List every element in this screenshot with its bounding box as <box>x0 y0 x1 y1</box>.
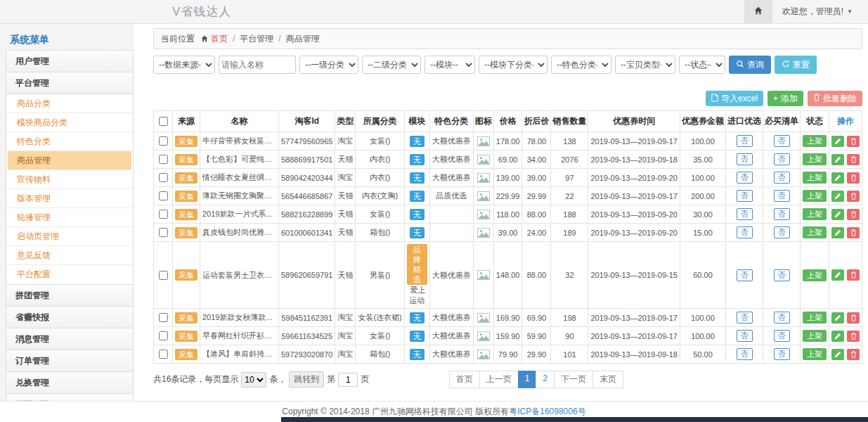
must-buy-toggle[interactable]: 否 <box>774 226 790 238</box>
breadcrumb-item-0[interactable]: 平台管理 <box>240 34 273 44</box>
filter-select-7[interactable]: --状态-- <box>679 56 725 74</box>
status-button[interactable]: 上架 <box>803 312 827 324</box>
must-buy-toggle[interactable]: 否 <box>774 172 790 184</box>
edit-button[interactable] <box>831 136 844 147</box>
edit-button[interactable] <box>831 191 844 202</box>
edit-button[interactable] <box>831 227 844 238</box>
jump-button[interactable]: 跳转到 <box>289 371 324 388</box>
sidebar-item-0[interactable]: 用户管理 <box>6 50 134 72</box>
delete-button[interactable] <box>847 191 860 202</box>
delete-button[interactable] <box>847 269 860 281</box>
must-buy-toggle[interactable]: 否 <box>774 153 790 165</box>
import-excel-button[interactable]: 导入excel <box>706 91 763 106</box>
must-buy-toggle[interactable]: 否 <box>774 208 790 220</box>
sidebar-item-6[interactable]: 兑换管理 <box>6 371 134 394</box>
sidebar-subitem-7[interactable]: 启动页管理 <box>6 227 133 246</box>
breadcrumb-home-link[interactable]: 首页 <box>211 33 228 45</box>
sidebar-subitem-6[interactable]: 轮播管理 <box>6 208 133 227</box>
filter-select-5[interactable]: --特色分类-- <box>551 56 611 74</box>
filter-select-4[interactable]: --模块下分类-- <box>479 56 548 74</box>
sidebar-item-7[interactable]: 提现管理 <box>6 393 134 401</box>
row-checkbox[interactable] <box>159 136 168 146</box>
delete-button[interactable] <box>847 331 860 342</box>
icp-link[interactable]: 粤ICP备16098006号 <box>509 406 585 418</box>
row-checkbox[interactable] <box>159 228 168 237</box>
must-buy-toggle[interactable]: 否 <box>774 330 790 342</box>
import-select-toggle[interactable]: 否 <box>737 208 753 220</box>
import-select-toggle[interactable]: 否 <box>737 135 753 147</box>
sidebar-subitem-3[interactable]: 商品管理 <box>8 151 131 170</box>
must-buy-toggle[interactable]: 否 <box>774 312 790 324</box>
import-select-toggle[interactable]: 否 <box>737 153 753 165</box>
row-checkbox[interactable] <box>159 271 168 280</box>
import-select-toggle[interactable]: 否 <box>737 269 753 281</box>
delete-button[interactable] <box>847 349 860 360</box>
row-checkbox[interactable] <box>159 191 168 200</box>
filter-select-3[interactable]: --模块-- <box>425 56 475 74</box>
status-button[interactable]: 上架 <box>803 172 827 184</box>
sidebar-subitem-2[interactable]: 特色分类 <box>6 132 133 151</box>
sidebar-item-2[interactable]: 拼团管理 <box>6 284 134 307</box>
name-search-input[interactable] <box>219 56 296 74</box>
row-checkbox[interactable] <box>159 155 168 164</box>
status-button[interactable]: 上架 <box>803 153 827 165</box>
pager-button-4[interactable]: 下一页 <box>554 371 593 388</box>
pager-button-5[interactable]: 末页 <box>592 371 623 388</box>
reset-button[interactable]: 重置 <box>775 56 817 74</box>
sidebar-item-3[interactable]: 省赚快报 <box>6 306 134 328</box>
import-select-toggle[interactable]: 否 <box>737 330 753 342</box>
page-jump-input[interactable] <box>338 373 358 387</box>
pager-button-1[interactable]: 上一页 <box>479 371 519 388</box>
sidebar-subitem-4[interactable]: 宣传物料 <box>6 170 133 189</box>
sidebar-subitem-1[interactable]: 模块商品分类 <box>6 113 133 132</box>
must-buy-toggle[interactable]: 否 <box>774 135 790 147</box>
row-checkbox[interactable] <box>159 210 168 219</box>
edit-button[interactable] <box>831 154 844 165</box>
sidebar-item-1[interactable]: 平台管理 <box>6 72 134 94</box>
import-select-toggle[interactable]: 否 <box>737 172 753 184</box>
status-button[interactable]: 上架 <box>803 330 827 342</box>
filter-select-0[interactable]: --数据来源-- <box>153 56 215 74</box>
pager-button-2[interactable]: 1 <box>518 371 537 388</box>
pager-button-0[interactable]: 首页 <box>449 371 480 388</box>
delete-button[interactable] <box>847 312 860 324</box>
user-menu[interactable]: 欢迎您，管理员! ▼ <box>772 6 868 18</box>
add-button[interactable]: + 添加 <box>767 91 803 106</box>
edit-button[interactable] <box>831 172 844 184</box>
pager-button-3[interactable]: 2 <box>536 371 555 388</box>
edit-button[interactable] <box>831 269 844 281</box>
must-buy-toggle[interactable]: 否 <box>774 348 790 360</box>
status-button[interactable]: 上架 <box>803 190 827 202</box>
import-select-toggle[interactable]: 否 <box>737 312 753 324</box>
page-size-select[interactable]: 10 <box>241 372 266 388</box>
delete-button[interactable] <box>847 154 860 165</box>
search-button[interactable]: 查询 <box>729 56 771 74</box>
filter-select-2[interactable]: --二级分类-- <box>362 56 421 74</box>
delete-button[interactable] <box>847 136 860 147</box>
row-checkbox[interactable] <box>159 331 168 340</box>
batch-delete-button[interactable]: 批量删除 <box>808 91 862 106</box>
delete-button[interactable] <box>847 172 860 184</box>
delete-button[interactable] <box>847 209 860 220</box>
edit-button[interactable] <box>831 312 844 324</box>
status-button[interactable]: 上架 <box>803 208 827 220</box>
edit-button[interactable] <box>831 349 844 360</box>
must-buy-toggle[interactable]: 否 <box>774 269 790 281</box>
must-buy-toggle[interactable]: 否 <box>774 190 790 202</box>
row-checkbox[interactable] <box>159 313 168 322</box>
sidebar-subitem-9[interactable]: 平台配置 <box>6 265 133 284</box>
filter-select-1[interactable]: --一级分类-- <box>299 56 358 74</box>
import-select-toggle[interactable]: 否 <box>737 348 753 360</box>
import-select-toggle[interactable]: 否 <box>737 226 753 238</box>
sidebar-item-5[interactable]: 订单管理 <box>6 350 134 372</box>
row-checkbox[interactable] <box>159 350 168 359</box>
breadcrumb-item-1[interactable]: 商品管理 <box>286 34 320 44</box>
select-all-checkbox[interactable] <box>159 117 168 126</box>
status-button[interactable]: 上架 <box>803 226 827 238</box>
home-button[interactable] <box>744 0 772 24</box>
status-button[interactable]: 上架 <box>803 348 827 360</box>
delete-button[interactable] <box>847 227 860 238</box>
status-button[interactable]: 上架 <box>803 269 827 281</box>
sidebar-subitem-8[interactable]: 意见反馈 <box>6 246 133 265</box>
sidebar-item-4[interactable]: 消息管理 <box>6 328 134 350</box>
